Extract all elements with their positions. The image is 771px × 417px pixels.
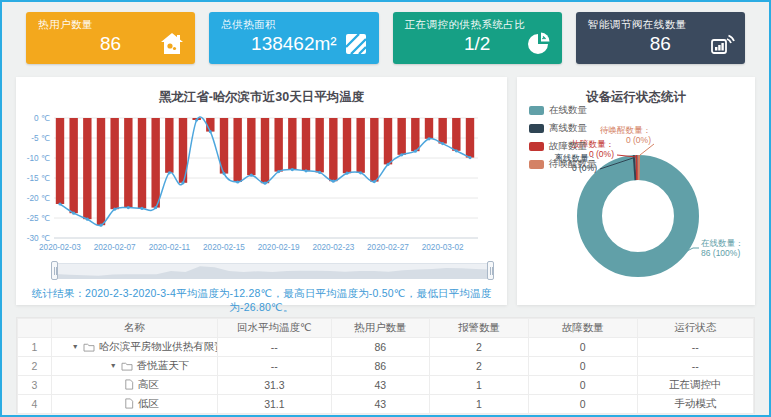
name-cell[interactable]: 高区 — [51, 376, 217, 395]
table-row[interactable]: 3高区31.34310正在调控中 — [18, 376, 754, 395]
temp-point — [332, 180, 335, 183]
temp-bar — [343, 118, 351, 173]
temp-bar — [97, 118, 105, 225]
table-row[interactable]: 4低区31.14310手动模式 — [18, 395, 754, 414]
temp-point — [386, 163, 389, 166]
return-temp-cell: -- — [218, 338, 331, 357]
donut-sliver — [636, 155, 637, 180]
folder-icon — [121, 361, 133, 371]
datazoom-right-handle[interactable] — [487, 261, 494, 280]
name-cell[interactable]: ▼哈尔滨平房物业供热有限责任公司 — [51, 338, 217, 357]
return-temp-cell: -- — [218, 357, 331, 376]
legend-label: 故障数量 — [549, 140, 587, 153]
temp-bar — [233, 118, 241, 182]
datazoom-slider[interactable] — [54, 263, 491, 278]
temp-bar — [315, 118, 323, 172]
alarms-cell: 2 — [430, 338, 529, 357]
return-temp-cell: 31.1 — [218, 395, 331, 414]
x-axis-tick: 2020-03-02 — [422, 243, 464, 252]
alarms-cell: 2 — [430, 357, 529, 376]
donut-slice-online[interactable] — [590, 168, 687, 265]
kpi-title: 智能调节阀在线数量 — [576, 12, 745, 32]
node-name: 哈尔滨平房物业供热有限责任公司 — [99, 340, 218, 352]
temp-point — [154, 206, 157, 209]
kpi-card-heat-users: 热用户数量 86 — [26, 12, 195, 64]
y-axis-tick: -25 ℃ — [27, 214, 50, 223]
heating-systems-table: 名称回水平均温度℃热用户数量报警数量故障数量运行状态 1▼哈尔滨平房物业供热有限… — [17, 318, 754, 414]
temp-point — [72, 212, 75, 215]
name-cell[interactable]: ▼香悦蓝天下 — [51, 357, 217, 376]
device-status-panel: 设备运行状态统计 在线数量离线数量故障数量待唤醒数量 待唤醒数量：0 (0%)故… — [517, 77, 755, 305]
temp-point — [427, 137, 430, 140]
x-axis-tick: 2020-02-23 — [312, 243, 354, 252]
kpi-card-row: 热用户数量 86 总供热面积 138462m² 正在调控的供热系统占比 1/2 … — [2, 2, 769, 64]
users-cell: 43 — [331, 376, 430, 395]
users-cell: 86 — [331, 357, 430, 376]
tree-expand-caret[interactable]: ▼ — [110, 362, 117, 369]
temp-point — [318, 171, 321, 174]
legend-label: 待唤醒数量 — [549, 158, 597, 171]
table-row[interactable]: 2▼香悦蓝天下--8620-- — [18, 357, 754, 376]
kpi-title: 热用户数量 — [26, 12, 195, 32]
table-column-header: 热用户数量 — [331, 319, 430, 338]
temp-bar — [329, 118, 337, 181]
table-column-header: 故障数量 — [528, 319, 637, 338]
legend-item-在线数量[interactable]: 在线数量 — [529, 104, 597, 117]
table-column-header: 运行状态 — [637, 319, 753, 338]
x-axis-tick: 2020-02-15 — [203, 243, 245, 252]
x-axis-tick: 2020-02-19 — [258, 243, 300, 252]
faults-cell: 0 — [528, 395, 637, 414]
charts-row: 黑龙江省-哈尔滨市近30天日平均温度 0 ℃-5 ℃-10 ℃-15 ℃-20 … — [2, 64, 769, 305]
temp-bar — [165, 118, 173, 173]
temp-bar — [261, 118, 269, 183]
temp-point — [86, 218, 89, 221]
y-axis-tick: 0 ℃ — [34, 114, 50, 123]
row-number: 3 — [18, 376, 52, 395]
temp-point — [113, 208, 116, 211]
faults-cell: 0 — [528, 357, 637, 376]
datazoom-left-handle[interactable] — [51, 261, 58, 280]
temp-point — [127, 206, 130, 209]
donut-legend: 在线数量离线数量故障数量待唤醒数量 — [529, 104, 597, 176]
node-name: 低区 — [138, 397, 159, 409]
temp-bar — [110, 118, 118, 209]
tree-expand-caret[interactable]: ▼ — [72, 343, 79, 350]
temp-point — [250, 174, 253, 177]
donut-label-line — [640, 144, 654, 155]
kpi-title: 总供热面积 — [209, 12, 378, 32]
legend-item-待唤醒数量[interactable]: 待唤醒数量 — [529, 158, 597, 171]
status-cell: 手动模式 — [637, 395, 753, 414]
folder-icon — [83, 342, 95, 352]
table-row[interactable]: 1▼哈尔滨平房物业供热有限责任公司--8620-- — [18, 338, 754, 357]
legend-swatch — [529, 160, 544, 169]
temp-bar — [370, 118, 378, 182]
temp-bar — [124, 118, 132, 208]
name-cell[interactable]: 低区 — [51, 395, 217, 414]
row-number: 1 — [18, 338, 52, 357]
temp-bar — [466, 118, 474, 158]
row-number: 2 — [18, 357, 52, 376]
x-axis-tick: 2020-02-03 — [39, 243, 81, 252]
datazoom-profile — [55, 264, 490, 279]
temp-bar — [425, 118, 433, 139]
temp-bar — [411, 118, 419, 151]
legend-label: 离线数量 — [549, 122, 587, 135]
row-number: 4 — [18, 395, 52, 414]
device-status-title: 设备运行状态统计 — [517, 77, 755, 106]
temp-bar — [452, 118, 460, 151]
y-axis-tick: -15 ℃ — [27, 174, 50, 183]
temp-point — [58, 202, 61, 205]
temp-point — [140, 207, 143, 210]
temp-point — [277, 170, 280, 173]
legend-item-故障数量[interactable]: 故障数量 — [529, 140, 597, 153]
temp-bar — [438, 118, 446, 144]
table-column-header — [18, 319, 52, 338]
temp-point — [222, 172, 225, 175]
temp-point — [195, 118, 198, 121]
kpi-card-heating-area: 总供热面积 138462m² — [209, 12, 378, 64]
legend-item-离线数量[interactable]: 离线数量 — [529, 122, 597, 135]
temp-point — [373, 180, 376, 183]
pie-icon — [526, 31, 552, 57]
table-column-header: 名称 — [51, 319, 217, 338]
y-axis-tick: -10 ℃ — [27, 154, 50, 163]
